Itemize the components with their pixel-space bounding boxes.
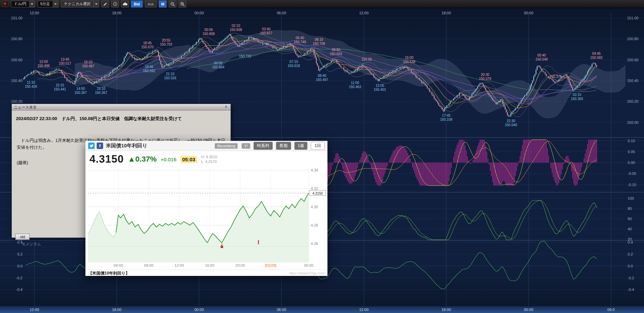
- info-icon[interactable]: [111, 1, 119, 7]
- svg-text:20:00: 20:00: [236, 263, 245, 267]
- price-tick: 150.80: [10, 37, 22, 41]
- swing-label: 150.723: [239, 54, 251, 59]
- technical-select-button[interactable]: テクニカル選択: [61, 1, 99, 7]
- panel-tick: -0.2: [10, 276, 22, 280]
- swing-label: 06:40 150.749: [294, 36, 306, 44]
- swing-label: 19:45 150.592: [143, 65, 155, 73]
- swing-label: 20:55 150.702: [160, 38, 172, 47]
- chevron-down-icon[interactable]: [29, 1, 35, 7]
- swing-label: 11:10 150.426: [25, 81, 37, 89]
- widget-url[interactable]: https://nikkei225jp.com/: [289, 271, 325, 275]
- swing-label: 15:10 150.487: [82, 60, 94, 68]
- tab-1-day[interactable]: 1日: [311, 142, 325, 150]
- swing-label: 08:40 150.497: [316, 74, 328, 82]
- ask-toggle[interactable]: Ask: [145, 1, 157, 7]
- swing-label: 12:00 150.496: [37, 60, 50, 68]
- price-tick: 150.80: [627, 37, 643, 41]
- treasury-widget: f 米国債10年利回り Bloomberg Y! 時系列 長期 1週 1日 4.…: [85, 141, 327, 276]
- swing-label: 22:30 150.049: [505, 119, 517, 127]
- toolbar: ドル/円 5分足 テクニカル選択 Bid Ask M: [0, 0, 644, 8]
- price-tick: 150.20: [10, 99, 22, 103]
- svg-text:4.28: 4.28: [311, 223, 318, 227]
- swing-label: 08:15 150.708: [313, 38, 325, 46]
- swing-label: 18:45 150.670: [141, 41, 154, 49]
- swing-label: 02:10 150.838: [230, 24, 242, 32]
- time-tick: 12:00: [27, 308, 42, 312]
- panel-tick: 0.0: [628, 264, 643, 268]
- time-tick: 12:00: [27, 11, 42, 15]
- swing-label: 14:50 150.367: [75, 87, 87, 95]
- panel-tick: -0.4: [10, 287, 22, 292]
- chevron-down-icon[interactable]: [53, 1, 58, 7]
- svg-text:4.34: 4.34: [311, 168, 318, 172]
- svg-text:4.26: 4.26: [311, 242, 318, 246]
- timeframe-select[interactable]: 5分足: [37, 1, 59, 7]
- yahoo-button[interactable]: Y!: [242, 143, 250, 149]
- svg-text:05:00: 05:00: [304, 263, 313, 267]
- price-tick: 150.60: [627, 58, 643, 62]
- panel-tick: 80: [628, 207, 643, 211]
- chevron-down-icon[interactable]: [93, 1, 99, 7]
- swing-label: 17:45 150.109: [440, 114, 452, 122]
- swing-label: 00:50 150.664: [212, 61, 224, 69]
- panel-tick: 0.0: [10, 264, 22, 268]
- svg-text:04:00: 04:00: [114, 263, 123, 267]
- pair-select[interactable]: ドル/円: [11, 1, 35, 7]
- draw-pencil-icon[interactable]: [101, 1, 109, 7]
- price-tick: 150.60: [10, 58, 22, 62]
- time-tick: 18:00: [109, 308, 124, 312]
- time-tick: 06:0: [603, 308, 618, 312]
- high-low: H: 4.3010 L: 4.2570: [201, 154, 218, 164]
- quote-row: 4.3150 ▲0.37% +0.016 05:03 H: 4.3010 L: …: [85, 151, 327, 167]
- tab-1-week[interactable]: 1週: [294, 142, 308, 150]
- swing-label: 00:40 150.549: [535, 53, 548, 62]
- news-headline: 2024/02/27 22:33:00 ドル円、150.08円と本日安値 低調な…: [16, 115, 226, 122]
- price-tick: 151.00: [627, 16, 643, 20]
- close-icon[interactable]: ×: [224, 105, 228, 110]
- panel-tick: -0.4: [628, 287, 643, 292]
- svg-text:12:00: 12:00: [175, 263, 184, 267]
- panel-tick: -0.2: [628, 276, 643, 280]
- old-button[interactable]: old: [15, 234, 30, 240]
- swing-label: 07:10 150.618: [288, 60, 300, 68]
- svg-text:16:00: 16:00: [205, 263, 214, 267]
- swing-label: 04:45 150.583: [590, 52, 602, 60]
- widget-title: 米国債10年利回り: [106, 143, 147, 149]
- swing-label: 03:15 150.300: [571, 93, 583, 101]
- swing-label: 21:15 150.526: [164, 72, 176, 80]
- svg-text:[02/28]: [02/28]: [265, 263, 276, 267]
- news-titlebar[interactable]: ニュース本文 ×: [12, 104, 230, 111]
- swing-label: 00:05 150.808: [203, 28, 215, 36]
- fx-chart-app: ドル/円 5分足 テクニカル選択 Bid Ask M: [0, 0, 644, 313]
- bloomberg-button[interactable]: Bloomberg: [215, 143, 238, 149]
- swing-label: 09:50 150.603: [330, 48, 342, 56]
- m-chart-icon[interactable]: M: [159, 1, 166, 7]
- zoom-in-icon[interactable]: [179, 1, 186, 7]
- facebook-icon[interactable]: f: [97, 143, 103, 149]
- panel-tick: 0.00: [628, 161, 643, 165]
- widget-caption: 【米国債10年利回り】: [88, 270, 130, 276]
- tab-time-series[interactable]: 時系列: [254, 142, 273, 150]
- cloud-save-icon[interactable]: [121, 1, 129, 7]
- zoom-out-icon[interactable]: [169, 1, 176, 7]
- change-percent: ▲0.37%: [128, 155, 157, 164]
- swing-label: 13:45 150.517: [59, 57, 71, 66]
- tab-long-term[interactable]: 長期: [276, 142, 291, 150]
- price-tick: 150.40: [10, 79, 22, 83]
- treasury-chart[interactable]: 4.344.324.304.284.264.315004:0008:0012:0…: [85, 167, 327, 268]
- high-value: H: 4.3010: [201, 155, 218, 159]
- panel-tick: 0.10: [628, 139, 643, 143]
- change-value: +0.016: [161, 156, 176, 162]
- pair-select-label: ドル/円: [11, 1, 29, 6]
- swing-label: 13:00 150.401: [374, 84, 386, 92]
- swing-label: 16:10 150.367: [95, 87, 107, 95]
- panel-tick: 0.05: [628, 150, 643, 154]
- bid-toggle[interactable]: Bid: [131, 1, 143, 7]
- widget-header: f 米国債10年利回り Bloomberg Y! 時系列 長期 1週 1日: [85, 141, 327, 151]
- twitter-icon[interactable]: [88, 143, 95, 149]
- price-tick: 150.00: [627, 120, 643, 125]
- time-axis-strip[interactable]: 12:0018:0000:0006:0012:0018:0000:0006:0: [0, 306, 644, 313]
- timeframe-select-label: 5分足: [38, 1, 53, 6]
- time-tick: 00:00: [192, 11, 207, 15]
- panel-tick: -0.05: [628, 171, 643, 176]
